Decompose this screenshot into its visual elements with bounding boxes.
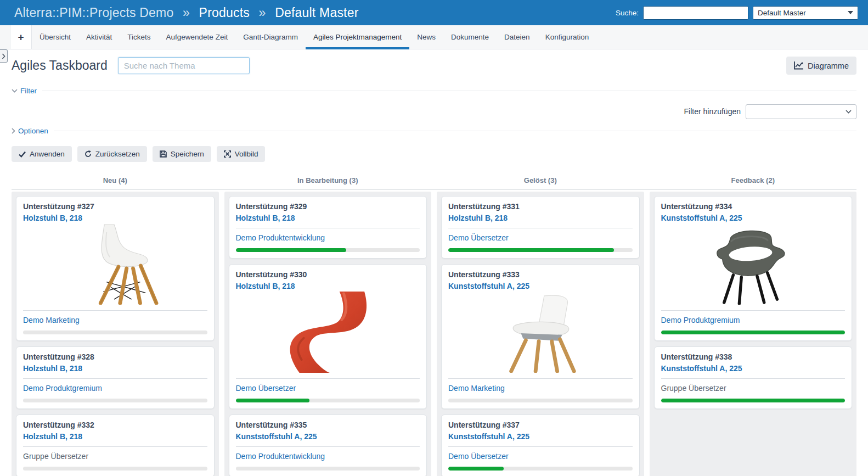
ticket-title[interactable]: Unterstützung #327 (23, 202, 207, 211)
task-card[interactable]: Unterstützung #329 Holzstuhl B, 218 Demo… (229, 196, 427, 259)
ticket-subject-link[interactable]: Holzstuhl B, 218 (23, 364, 207, 373)
tab-aktivitaet[interactable]: Aktivität (78, 25, 120, 49)
tab-dateien[interactable]: Dateien (497, 25, 538, 49)
ticket-subject-link[interactable]: Holzstuhl B, 218 (23, 214, 207, 222)
tab-konfiguration[interactable]: Konfiguration (538, 25, 597, 49)
progress-bar (448, 467, 633, 471)
tab-gantt-diagramm[interactable]: Gantt-Diagramm (235, 25, 306, 49)
board-column-geloest: Unterstützung #331 Holzstuhl B, 218 Demo… (437, 192, 644, 476)
diagrams-button[interactable]: Diagramme (786, 57, 856, 75)
page-title: Agiles Taskboard (12, 58, 108, 73)
taskboard: Unterstützung #327 Holzstuhl B, 218 (12, 192, 856, 476)
column-header-geloest: Gelöst (3) (437, 176, 644, 189)
assignee-link[interactable]: Demo Übersetzer (448, 452, 633, 461)
progress-bar (448, 399, 633, 402)
progress-bar (23, 331, 207, 334)
divider (23, 378, 207, 379)
ticket-subject-link[interactable]: Kunststoffstuhl A, 225 (661, 214, 846, 222)
divider (236, 228, 420, 228)
product-image-white-eames-chair (23, 223, 207, 305)
ticket-title[interactable]: Unterstützung #333 (448, 270, 633, 279)
task-card[interactable]: Unterstützung #331 Holzstuhl B, 218 Demo… (441, 196, 640, 259)
task-card[interactable]: Unterstützung #333 Kunststoffstuhl A, 22… (441, 264, 640, 409)
progress-bar (661, 331, 846, 334)
ticket-subject-link[interactable]: Kunststoffstuhl A, 225 (236, 432, 420, 441)
divider (448, 228, 633, 228)
ticket-title[interactable]: Unterstützung #338 (661, 352, 846, 361)
ticket-title[interactable]: Unterstützung #330 (236, 270, 420, 279)
sidebar-expand-toggle[interactable] (0, 49, 8, 63)
progress-bar (236, 248, 420, 252)
ticket-subject-link[interactable]: Holzstuhl B, 218 (448, 214, 633, 222)
master-select[interactable]: Default Master (753, 6, 858, 20)
divider (23, 310, 207, 311)
refresh-icon (84, 150, 92, 158)
ticket-title[interactable]: Unterstützung #328 (23, 352, 207, 361)
task-card[interactable]: Unterstützung #337 Kunststoffstuhl A, 22… (441, 415, 640, 476)
task-card[interactable]: Unterstützung #335 Kunststoffstuhl A, 22… (229, 415, 427, 476)
task-card[interactable]: Unterstützung #338 Kunststoffstuhl A, 22… (654, 346, 853, 409)
assignee-link[interactable]: Demo Übersetzer (236, 384, 420, 393)
ticket-subject-link[interactable]: Holzstuhl B, 218 (23, 432, 207, 441)
ticket-title[interactable]: Unterstützung #334 (661, 202, 846, 211)
task-card[interactable]: Unterstützung #327 Holzstuhl B, 218 (16, 196, 215, 341)
assignee-link[interactable]: Demo Produktentwicklung (236, 452, 420, 461)
chevron-down-icon (12, 89, 18, 93)
task-card[interactable]: Unterstützung #328 Holzstuhl B, 218 Demo… (16, 346, 215, 409)
assignee-link[interactable]: Demo Marketing (448, 384, 633, 393)
tab-news[interactable]: News (409, 25, 443, 49)
chevron-down-icon (846, 110, 852, 114)
tab-aufgewendete-zeit[interactable]: Aufgewendete Zeit (159, 25, 236, 49)
task-card[interactable]: Unterstützung #334 Kunststoffstuhl A, 22… (654, 196, 853, 341)
assignee-link[interactable]: Demo Marketing (23, 316, 207, 324)
ticket-title[interactable]: Unterstützung #331 (448, 202, 633, 211)
ticket-subject-link[interactable]: Kunststoffstuhl A, 225 (661, 364, 846, 373)
task-card[interactable]: Unterstützung #332 Holzstuhl B, 218 Grup… (16, 415, 215, 476)
column-header-neu: Neu (4) (12, 176, 219, 189)
add-filter-select[interactable] (746, 104, 856, 119)
tab-uebersicht[interactable]: Übersicht (32, 25, 78, 49)
tab-agiles-projektmanagement[interactable]: Agiles Projektmanagement (306, 25, 409, 49)
ticket-title[interactable]: Unterstützung #337 (448, 421, 633, 429)
global-search-input[interactable] (643, 6, 748, 20)
save-icon (160, 150, 167, 158)
progress-bar (23, 399, 207, 402)
ticket-title[interactable]: Unterstützung #329 (236, 202, 420, 211)
ticket-title[interactable]: Unterstützung #332 (23, 421, 207, 429)
add-tab-button[interactable]: + (10, 25, 32, 49)
ticket-subject-link[interactable]: Holzstuhl B, 218 (236, 282, 420, 290)
fullscreen-button[interactable]: Vollbild (217, 146, 266, 162)
diagrams-button-label: Diagramme (808, 61, 849, 70)
breadcrumb-section[interactable]: Products (199, 5, 250, 20)
breadcrumb-subsection[interactable]: Default Master (275, 5, 358, 20)
product-image-red-panton-chair (236, 292, 420, 373)
ticket-title[interactable]: Unterstützung #335 (236, 421, 420, 429)
reset-button[interactable]: Zurücksetzen (77, 146, 147, 162)
divider (236, 378, 420, 379)
options-section-toggle[interactable]: Optionen (18, 127, 48, 135)
assignee-link[interactable]: Demo Produktentwicklung (236, 233, 420, 242)
ticket-subject-link[interactable]: Holzstuhl B, 218 (236, 214, 420, 222)
column-header-feedback: Feedback (2) (650, 176, 857, 189)
chart-line-icon (794, 61, 803, 70)
assignee-text: Gruppe Übersetzer (661, 384, 846, 393)
add-filter-label: Filter hinzufügen (684, 107, 741, 116)
divider (42, 91, 856, 91)
assignee-link[interactable]: Demo Übersetzer (448, 233, 633, 242)
assignee-link[interactable]: Demo Produktgremium (661, 316, 846, 324)
tab-bar: + Übersicht Aktivität Tickets Aufgewende… (0, 25, 868, 49)
divider (448, 446, 633, 447)
ticket-subject-link[interactable]: Kunststoffstuhl A, 225 (448, 432, 633, 441)
apply-button[interactable]: Anwenden (12, 146, 72, 162)
topic-search-input[interactable] (118, 57, 250, 74)
tab-tickets[interactable]: Tickets (120, 25, 158, 49)
filter-section-toggle[interactable]: Filter (20, 87, 37, 95)
ticket-subject-link[interactable]: Kunststoffstuhl A, 225 (448, 282, 633, 290)
save-button[interactable]: Speichern (153, 146, 211, 162)
tab-dokumente[interactable]: Dokumente (443, 25, 497, 49)
fullscreen-button-label: Vollbild (235, 150, 258, 158)
assignee-link[interactable]: Demo Produktgremium (23, 384, 207, 393)
app-header: Alterra::PIM::Projects Demo » Products »… (0, 0, 868, 25)
global-search-label: Suche: (616, 9, 639, 17)
task-card[interactable]: Unterstützung #330 Holzstuhl B, 218 (229, 264, 427, 409)
